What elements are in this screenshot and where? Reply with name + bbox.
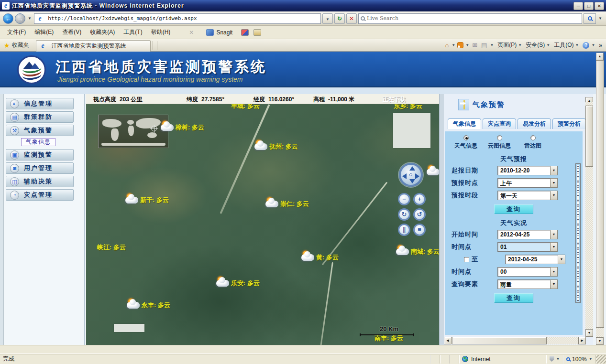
url-input[interactable] [48, 15, 319, 21]
menu-item[interactable]: 文件(F) [3, 26, 30, 38]
weather-marker[interactable]: 乐安: 多云 [216, 277, 260, 288]
mail-icon[interactable]: ✉ [471, 41, 478, 49]
favorites-label[interactable]: 收藏夹 [12, 41, 29, 49]
map-control-button[interactable]: ∥ [398, 224, 410, 236]
radio-icon[interactable] [497, 135, 502, 140]
panel-vscroll-thumb[interactable] [585, 106, 593, 167]
back-button[interactable]: ← [3, 13, 13, 24]
snagit-capture-icon[interactable] [241, 29, 249, 36]
dropdown-arrow-icon[interactable]: ▼ [550, 242, 558, 252]
map-pan-compass[interactable] [399, 163, 423, 187]
map-control-button[interactable]: ≡ [413, 224, 426, 236]
panel-scroll-down-icon[interactable]: ▼ [585, 329, 593, 337]
command-menu-item[interactable]: 安全(S)▼ [524, 40, 552, 50]
dropdown-arrow-icon[interactable]: ▼ [550, 191, 558, 200]
map-control-button[interactable]: − [398, 193, 410, 205]
pan-up-icon[interactable] [409, 166, 415, 171]
sidebar-item[interactable]: ◫ 辅助决策 [6, 176, 74, 187]
minimize-button[interactable]: ─ [573, 2, 583, 10]
pan-left-icon[interactable] [402, 173, 407, 179]
dropdown-select[interactable]: 2012-04-25 ▼ [505, 255, 565, 264]
radio-icon[interactable] [463, 135, 469, 140]
home-icon[interactable]: ⌂ [444, 41, 450, 49]
sidebar-item[interactable]: ◔ 灾点管理 [6, 189, 74, 201]
sidebar-item[interactable]: ⚒ 气象预警 [6, 125, 74, 136]
dropdown-select[interactable]: 2012-04-25 ▼ [497, 230, 558, 239]
dropdown-arrow-icon[interactable]: ▼ [550, 166, 558, 175]
panel-scroll-left-icon[interactable]: ◀ [444, 337, 452, 344]
radio-option[interactable]: 雷达图 [521, 135, 544, 150]
sidebar-item[interactable]: ◙ 用户管理 [6, 162, 74, 174]
radio-option[interactable]: 天气信息 [454, 135, 477, 150]
window-vscroll-thumb[interactable] [596, 60, 604, 328]
panel-tab[interactable]: 预警分析 [552, 118, 586, 129]
weather-marker[interactable]: 抚州: 多云 [254, 140, 298, 151]
panel-tab[interactable]: 易发分析 [518, 118, 551, 129]
search-input[interactable] [367, 15, 580, 21]
map-viewport[interactable]: 视点高度203 公里 纬度27.7585° 经度116.0260° 高程-11,… [86, 94, 439, 345]
resize-grip[interactable] [596, 355, 606, 364]
weather-marker[interactable]: 金溪: 多云 [427, 165, 439, 177]
sidebar-item[interactable]: ▤ 群策群防 [6, 111, 74, 123]
search-go-button[interactable] [584, 13, 596, 24]
feed-icon[interactable] [457, 42, 463, 48]
weather-marker[interactable]: 南城: 多云 [396, 245, 439, 257]
weather-marker[interactable]: 黄: 多云 [301, 251, 339, 262]
weather-marker[interactable]: 峡江: 多云 [96, 243, 126, 252]
weather-marker[interactable]: 樟树: 多云 [161, 121, 204, 132]
panel-tab[interactable]: 气象信息 [448, 118, 481, 129]
snagit-button[interactable]: Snagit [202, 28, 236, 37]
help-icon[interactable]: ? [583, 42, 589, 49]
weather-marker[interactable]: 新干: 多云 [125, 193, 169, 205]
dropdown-arrow-icon[interactable]: ▼ [558, 255, 565, 264]
url-field[interactable]: e [34, 13, 321, 24]
map-control-button[interactable]: + [413, 193, 426, 205]
dropdown-arrow-icon[interactable]: ▼ [550, 230, 558, 239]
panel-scroll-right-icon[interactable]: ▶ [578, 337, 586, 344]
map-control-button[interactable]: ↺ [413, 208, 426, 221]
maximize-button[interactable]: □ [584, 2, 594, 10]
pan-down-icon[interactable] [409, 179, 415, 183]
forecast-query-button[interactable]: 查询 [494, 204, 533, 214]
actual-query-button[interactable]: 查询 [494, 293, 533, 303]
command-menu-item[interactable]: 工具(O)▼ [552, 40, 581, 50]
dropdown-arrow-icon[interactable]: ▼ [550, 178, 558, 188]
history-dropdown-icon[interactable]: ▼ [27, 16, 33, 21]
print-icon[interactable]: ▤ [480, 41, 488, 49]
snagit-edit-icon[interactable] [253, 29, 261, 36]
zoom-control[interactable]: 100% ▼ [563, 355, 596, 364]
search-options-dropdown[interactable]: ▼ [597, 16, 603, 21]
sidebar-item[interactable]: ▣ 监测预警 [6, 149, 74, 161]
weather-marker[interactable]: 永丰: 多云 [127, 299, 170, 310]
dropdown-arrow-icon[interactable]: ▼ [550, 279, 558, 289]
menu-item[interactable]: 查看(V) [58, 26, 86, 38]
panel-tab[interactable]: 灾点查询 [483, 118, 516, 129]
browser-tab[interactable]: e 江西省地质灾害监测预警系统 [36, 40, 151, 52]
window-scroll-up-icon[interactable]: ▲ [596, 53, 604, 60]
weather-marker[interactable]: 崇仁: 多云 [265, 197, 309, 209]
window-scroll-down-icon[interactable]: ▼ [596, 337, 604, 345]
overflow-chevron-icon[interactable]: » [599, 42, 602, 49]
toolbar-close-icon[interactable]: ✕ [189, 29, 194, 36]
stop-button[interactable]: ✕ [346, 13, 357, 24]
pan-right-icon[interactable] [415, 173, 419, 179]
live-search-box[interactable] [358, 13, 582, 24]
menu-item[interactable]: 编辑(E) [30, 26, 58, 38]
panel-hscroll-thumb[interactable] [452, 337, 547, 344]
sidebar-item[interactable]: » 信息管理 [6, 98, 74, 109]
refresh-button[interactable]: ↻ [334, 13, 345, 24]
menu-item[interactable]: 工具(T) [119, 26, 146, 38]
close-button[interactable]: ✕ [595, 2, 604, 10]
menu-item[interactable]: 帮助(H) [147, 26, 175, 38]
dropdown-select[interactable]: 上午 ▼ [497, 178, 558, 188]
radio-option[interactable]: 云图信息 [488, 135, 511, 150]
favorites-star-icon[interactable]: ★ [4, 42, 10, 49]
world-overview-map[interactable] [98, 115, 168, 148]
forward-button[interactable]: → [15, 13, 25, 24]
checkbox[interactable] [464, 257, 469, 262]
radio-icon[interactable] [530, 135, 536, 140]
dropdown-select[interactable]: 2010-12-20 ▼ [497, 166, 558, 175]
dropdown-select[interactable]: 雨量 ▼ [497, 279, 558, 289]
dropdown-select[interactable]: 00 ▼ [497, 267, 558, 277]
dropdown-select[interactable]: 第一天 ▼ [497, 191, 558, 200]
